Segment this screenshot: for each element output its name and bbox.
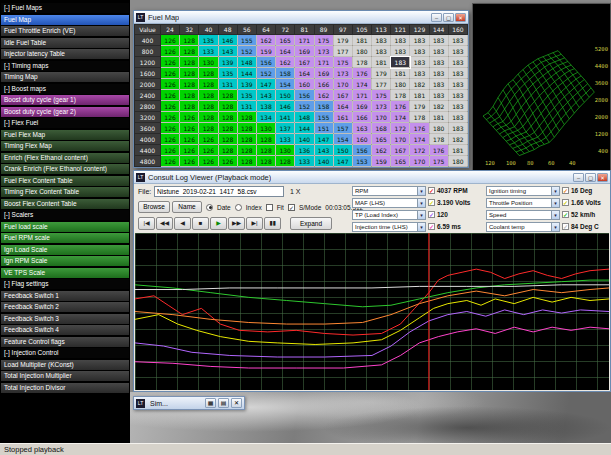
sidebar-item[interactable]: Fuel load scale [1, 222, 129, 232]
sim-close-icon[interactable]: ✕ [231, 398, 242, 408]
fuel-map-cell[interactable]: 126 [161, 79, 180, 90]
transport-button[interactable]: ◀◀ [156, 217, 173, 230]
fuel-map-cell[interactable]: 128 [237, 156, 256, 167]
sidebar-item[interactable]: Enrich (Flex Ethanol content) [1, 153, 129, 163]
fuel-map-cell[interactable]: 161 [333, 112, 352, 123]
surface-plot[interactable] [473, 4, 611, 172]
sidebar-section-header[interactable]: [-] Fuel Maps [1, 3, 129, 13]
fuel-map-cell[interactable]: 183 [448, 57, 467, 68]
fuel-map-cell[interactable]: 128 [180, 68, 199, 79]
fuel-map-cell[interactable]: 175 [333, 57, 352, 68]
fuel-map-cell[interactable]: 134 [256, 112, 275, 123]
sidebar-item[interactable]: Feedback Switch 1 [1, 291, 129, 301]
sidebar-item[interactable]: Total Injection Multiplier [1, 371, 129, 381]
fuel-map-cell[interactable]: 178 [352, 57, 371, 68]
fuel-map-cell[interactable]: 183 [391, 35, 410, 46]
fuel-map-cell[interactable]: 160 [295, 79, 314, 90]
smode-checkbox[interactable]: ✓ [288, 204, 295, 211]
fuel-map-cell[interactable]: 133 [295, 156, 314, 167]
fuel-map-cell[interactable]: 126 [161, 156, 180, 167]
fuel-map-cell[interactable]: 154 [276, 79, 295, 90]
fuel-map-cell[interactable]: 169 [352, 101, 371, 112]
fuel-map-cell[interactable]: 128 [180, 79, 199, 90]
fuel-map-cell[interactable]: 177 [333, 46, 352, 57]
fuel-map-cell[interactable]: 177 [372, 79, 391, 90]
fuel-map-cell[interactable]: 183 [448, 68, 467, 79]
sidebar-section-header[interactable]: [-] Boost maps [1, 84, 129, 94]
fuel-map-cell[interactable]: 169 [295, 46, 314, 57]
fuel-map-cell[interactable]: 176 [410, 123, 429, 134]
fuel-map-cell[interactable]: 128 [237, 145, 256, 156]
fuel-map-cell[interactable]: 136 [295, 145, 314, 156]
fuel-map-cell[interactable]: 126 [218, 156, 237, 167]
transport-button[interactable]: ▶▶ [228, 217, 245, 230]
chevron-down-icon[interactable]: ▾ [551, 199, 559, 207]
fuel-map-cell[interactable]: 174 [391, 112, 410, 123]
fuel-map-cell[interactable]: 126 [161, 123, 180, 134]
fuel-map-cell[interactable]: 162 [314, 90, 333, 101]
maximize-button[interactable]: ▢ [585, 173, 596, 182]
fuel-map-cell[interactable]: 183 [410, 68, 429, 79]
fuel-map-cell[interactable]: 171 [314, 57, 333, 68]
sidebar-item[interactable]: Timing Flex Map [1, 141, 129, 151]
sidebar-item[interactable]: Load Multiplier (KConst) [1, 360, 129, 370]
fuel-map-cell[interactable]: 183 [429, 90, 448, 101]
fuel-map-cell[interactable]: 126 [161, 57, 180, 68]
fuel-map-cell[interactable]: 165 [372, 134, 391, 145]
chevron-down-icon[interactable]: ▾ [551, 211, 559, 219]
fuel-map-cell[interactable]: 126 [180, 134, 199, 145]
sidebar-section-header[interactable]: [-] Flag settings [1, 279, 129, 289]
fuel-map-cell[interactable]: 131 [218, 79, 237, 90]
minimize-button[interactable]: – [573, 173, 584, 182]
sidebar-item[interactable]: Boost duty cycle (gear 2) [1, 107, 129, 117]
param-select[interactable]: Throttle Position▾ [486, 198, 560, 208]
fuel-map-cell[interactable]: 156 [256, 57, 275, 68]
fuel-map-cell[interactable]: 128 [180, 101, 199, 112]
fuel-map-cell[interactable]: 128 [237, 112, 256, 123]
fuel-map-cell[interactable]: 159 [256, 46, 275, 57]
fuel-map-cell[interactable]: 135 [237, 90, 256, 101]
fuel-map-cell[interactable]: 164 [295, 68, 314, 79]
chevron-down-icon[interactable]: ▾ [551, 223, 559, 231]
sidebar-item[interactable]: Feedback Switch 4 [1, 325, 129, 335]
fuel-map-cell[interactable]: 166 [314, 79, 333, 90]
fuel-map-cell[interactable]: 181 [410, 90, 429, 101]
param-checkbox[interactable]: ✓ [562, 223, 569, 230]
param-checkbox[interactable]: ✓ [562, 187, 569, 194]
fuel-map-cell[interactable]: 144 [237, 68, 256, 79]
fuel-map-cell[interactable]: 167 [391, 145, 410, 156]
fuel-map-cell[interactable]: 126 [199, 156, 218, 167]
param-checkbox[interactable]: ✓ [428, 223, 435, 230]
fuel-map-cell[interactable]: 143 [256, 90, 275, 101]
sidebar-item[interactable]: Fuel Flex Content Table [1, 176, 129, 186]
sidebar-item[interactable]: Injector latency Table [1, 49, 129, 59]
name-button[interactable]: Name [172, 201, 202, 213]
sidebar-item[interactable]: VE TPS Scale [1, 268, 129, 278]
log-file-input[interactable] [154, 186, 284, 197]
param-select[interactable]: TP (Load Index)▾ [352, 210, 426, 220]
fuel-map-cell[interactable]: 173 [314, 46, 333, 57]
param-select[interactable]: Coolant temp▾ [486, 222, 560, 232]
fuel-map-cell[interactable]: 128 [218, 90, 237, 101]
sidebar-item[interactable]: Feedback Switch 3 [1, 314, 129, 324]
fuel-map-cell[interactable]: 182 [448, 134, 467, 145]
sidebar-item[interactable]: Fuel Flex Map [1, 130, 129, 140]
fuel-map-cell[interactable]: 128 [199, 68, 218, 79]
fuel-map-cell[interactable]: 153 [352, 156, 371, 167]
fuel-map-cell[interactable]: 175 [429, 156, 448, 167]
fuel-map-titlebar[interactable]: LT Fuel Map – ▢ ✕ [134, 11, 468, 24]
chevron-down-icon[interactable]: ▾ [417, 211, 425, 219]
param-checkbox[interactable]: ✓ [562, 211, 569, 218]
date-radio[interactable] [206, 204, 213, 211]
fuel-map-cell[interactable]: 179 [333, 35, 352, 46]
param-checkbox[interactable]: ✓ [562, 199, 569, 206]
log-graph[interactable] [135, 233, 609, 390]
fuel-map-cell[interactable]: 126 [161, 101, 180, 112]
fuel-map-cell[interactable]: 181 [391, 68, 410, 79]
minimize-button[interactable]: – [431, 13, 442, 22]
fuel-map-cell[interactable]: 126 [199, 134, 218, 145]
fuel-map-cell[interactable]: 181 [448, 145, 467, 156]
fuel-map-cell[interactable]: 171 [352, 90, 371, 101]
fuel-map-cell[interactable]: 148 [295, 112, 314, 123]
transport-button[interactable]: |◀ [138, 217, 155, 230]
